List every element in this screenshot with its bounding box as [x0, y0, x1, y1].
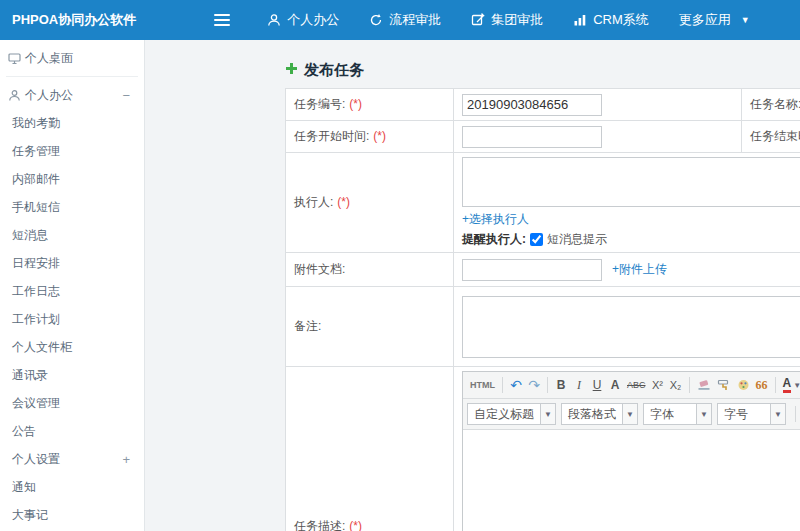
divider — [6, 76, 138, 77]
desktop-icon — [8, 52, 21, 65]
font-color-button[interactable]: A ▼ — [780, 377, 800, 393]
task-no-input[interactable] — [462, 94, 602, 116]
sidebar: 个人桌面 个人办公 − 我的考勤 任务管理 内部邮件 手机短信 短消息 日程安排… — [0, 40, 145, 531]
sidebar-item-internal-mail[interactable]: 内部邮件 — [0, 165, 144, 193]
underline-button[interactable]: U — [588, 375, 606, 395]
nav-more-apps[interactable]: 更多应用 ▼ — [664, 0, 765, 40]
divider — [502, 377, 503, 393]
redo-icon[interactable]: ↷ — [525, 375, 543, 395]
strikethrough-button[interactable]: ABC — [624, 375, 649, 395]
divider — [547, 377, 548, 393]
executor-textarea[interactable] — [462, 157, 800, 207]
editor-toolbar-row1: HTML ↶ ↷ B I U A ABC X² — [463, 372, 800, 399]
sidebar-item-desktop[interactable]: 个人桌面 — [0, 44, 144, 72]
caret-down-icon: ▼ — [540, 404, 555, 424]
nav-label: 集团审批 — [491, 11, 543, 29]
bold-button[interactable]: B — [552, 375, 570, 395]
sidebar-item-contacts[interactable]: 通讯录 — [0, 361, 144, 389]
font-size-select[interactable]: 字号 ▼ — [717, 403, 786, 425]
main-content: 发布任务 任务编号:(*) 任务名称:(*) — [145, 40, 800, 531]
caret-down-icon: ▼ — [622, 404, 637, 424]
remove-format-icon[interactable] — [694, 375, 714, 395]
sidebar-item-label: 个人办公 — [25, 87, 73, 104]
executor-label: 执行人:(*) — [286, 153, 454, 253]
sidebar-item-personal-office[interactable]: 个人办公 − — [0, 81, 144, 109]
sidebar-item-meeting[interactable]: 会议管理 — [0, 389, 144, 417]
divider — [689, 377, 690, 393]
sidebar-item-announcement[interactable]: 公告 — [0, 417, 144, 445]
chart-icon — [573, 13, 587, 27]
sidebar-item-file-cabinet[interactable]: 个人文件柜 — [0, 333, 144, 361]
sidebar-item-short-message[interactable]: 短消息 — [0, 221, 144, 249]
font-family-select[interactable]: 字体 ▼ — [643, 403, 712, 425]
nav-crm-system[interactable]: CRM系统 — [558, 0, 664, 40]
task-description-label: 任务描述:(*) — [286, 367, 454, 531]
attachment-upload-link[interactable]: +附件上传 — [612, 261, 667, 278]
nav-label: CRM系统 — [593, 11, 649, 29]
sidebar-item-events[interactable]: 大事记 — [0, 501, 144, 529]
approval-icon — [471, 13, 485, 27]
divider — [775, 377, 776, 393]
app-logo: PHPOA协同办公软件 — [0, 11, 148, 29]
remark-textarea[interactable] — [462, 296, 800, 358]
nav-workflow-approval[interactable]: 流程审批 — [354, 0, 456, 40]
custom-heading-select[interactable]: 自定义标题 ▼ — [467, 403, 556, 425]
paragraph-format-select[interactable]: 段落格式 ▼ — [561, 403, 638, 425]
sidebar-item-label: 个人桌面 — [25, 50, 73, 67]
superscript-button[interactable]: X² — [649, 375, 667, 395]
divider — [795, 406, 796, 422]
editor-toolbar-row2: 自定义标题 ▼ 段落格式 ▼ 字体 ▼ — [463, 399, 800, 430]
sidebar-item-personal-settings[interactable]: 个人设置 + — [0, 445, 144, 473]
top-nav: 个人办公 流程审批 集团审批 CRM系统 更多应用 — [252, 0, 765, 40]
start-time-input[interactable] — [462, 126, 602, 148]
format-painter-icon[interactable] — [714, 375, 734, 395]
nav-label: 流程审批 — [389, 11, 441, 29]
caret-down-icon: ▼ — [793, 381, 800, 390]
sidebar-toggle-button[interactable] — [200, 0, 244, 40]
remind-executor-label: 提醒执行人: — [462, 231, 526, 248]
attachment-label: 附件文档: — [286, 253, 454, 287]
remark-label: 备注: — [286, 287, 454, 367]
sidebar-item-sms[interactable]: 手机短信 — [0, 193, 144, 221]
sidebar-item-work-plan[interactable]: 工作计划 — [0, 305, 144, 333]
plus-icon — [285, 62, 298, 78]
start-time-label: 任务开始时间:(*) — [286, 121, 454, 153]
sidebar-item-notice[interactable]: 通知 — [0, 473, 144, 501]
flow-icon — [369, 13, 383, 27]
blockquote-button[interactable]: 66 — [753, 375, 771, 395]
sidebar-item-work-log[interactable]: 工作日志 — [0, 277, 144, 305]
sms-remind-checkbox[interactable] — [530, 233, 543, 246]
publish-task-form: 任务编号:(*) 任务名称:(*) 任务开始时间:(*) — [285, 88, 800, 531]
select-executor-link[interactable]: +选择执行人 — [462, 212, 529, 226]
sidebar-item-attendance[interactable]: 我的考勤 — [0, 109, 144, 137]
subscript-button[interactable]: X₂ — [667, 375, 685, 395]
expand-icon[interactable]: + — [122, 452, 130, 467]
sidebar-item-schedule[interactable]: 日程安排 — [0, 249, 144, 277]
attachment-input[interactable] — [462, 259, 602, 281]
caret-down-icon: ▼ — [770, 404, 785, 424]
rich-text-editor: HTML ↶ ↷ B I U A ABC X² — [462, 371, 800, 531]
italic-button[interactable]: I — [570, 375, 588, 395]
undo-icon[interactable]: ↶ — [507, 375, 525, 395]
user-icon — [267, 13, 281, 27]
caret-down-icon: ▼ — [696, 404, 711, 424]
nav-label: 更多应用 — [679, 11, 731, 29]
editor-content-area[interactable] — [463, 430, 800, 531]
hamburger-icon — [214, 14, 230, 26]
spellcheck-button[interactable]: A — [606, 375, 624, 395]
app-window: PHPOA协同办公软件 个人办公 流程审批 集团审批 — [0, 0, 800, 531]
caret-down-icon: ▼ — [741, 15, 750, 25]
end-time-label: 任务结束时间:(*) — [742, 121, 800, 153]
task-no-label: 任务编号:(*) — [286, 89, 454, 121]
task-name-label: 任务名称:(*) — [742, 89, 800, 121]
top-navbar: PHPOA协同办公软件 个人办公 流程审批 集团审批 — [0, 0, 800, 40]
nav-group-approval[interactable]: 集团审批 — [456, 0, 558, 40]
nav-personal-office[interactable]: 个人办公 — [252, 0, 354, 40]
sidebar-item-task-management[interactable]: 任务管理 — [0, 137, 144, 165]
collapse-icon[interactable]: − — [122, 88, 130, 103]
nav-label: 个人办公 — [287, 11, 339, 29]
user-icon — [8, 89, 21, 102]
sms-remind-option-label: 短消息提示 — [547, 231, 607, 248]
html-source-button[interactable]: HTML — [467, 375, 498, 395]
color-palette-icon[interactable] — [734, 375, 753, 395]
